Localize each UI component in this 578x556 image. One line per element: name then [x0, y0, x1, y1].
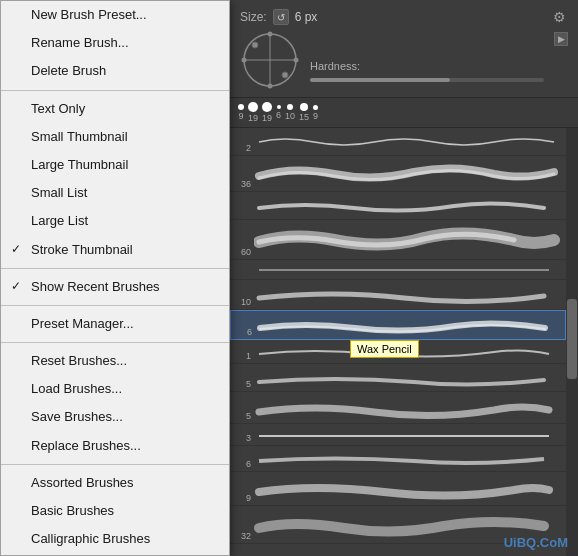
brush-list-item-3[interactable]: 60 [230, 220, 566, 260]
brush-list-item-2[interactable] [230, 192, 566, 220]
brush-thumb-num-5: 15 [299, 112, 309, 122]
brush-thumb-6[interactable]: 9 [313, 105, 318, 121]
brush-thumb-num-0: 9 [238, 111, 243, 121]
brush-stroke-num-10: 3 [230, 433, 254, 445]
brush-dot-2 [262, 102, 272, 112]
brush-dot-0 [238, 104, 244, 110]
svg-point-5 [268, 32, 273, 37]
menu-item-reset-brushes[interactable]: Reset Brushes... [1, 347, 229, 375]
brush-list-item-1[interactable]: 36 [230, 156, 566, 192]
brush-stroke-preview-3 [254, 220, 566, 260]
brush-stroke-num-7: 1 [230, 351, 254, 363]
brush-thumb-num-1: 19 [248, 113, 258, 123]
brush-stroke-preview-2 [254, 192, 566, 220]
brush-preview-circle [240, 30, 300, 93]
brush-stroke-preview-1 [254, 156, 566, 192]
brush-stroke-num-3: 60 [230, 247, 254, 259]
menu-item-small-thumbnail[interactable]: Small Thumbnail [1, 123, 229, 151]
brush-thumb-2[interactable]: 19 [262, 102, 272, 123]
brush-stroke-preview-10 [254, 424, 566, 446]
brush-stroke-preview-8 [254, 364, 566, 392]
hardness-label: Hardness: [310, 60, 544, 72]
brush-list-item-6[interactable]: 6 [230, 310, 566, 340]
menu-item-small-list[interactable]: Small List [1, 179, 229, 207]
menu-item-delete-brush[interactable]: Delete Brush [1, 57, 229, 85]
brush-stroke-num-5: 10 [230, 297, 254, 309]
brush-thumb-3[interactable]: 6 [276, 105, 281, 120]
brush-dot-1 [248, 102, 258, 112]
brush-stroke-num-0: 2 [230, 143, 254, 155]
brush-stroke-preview-4 [254, 260, 566, 280]
brush-stroke-num-8: 5 [230, 379, 254, 391]
svg-point-6 [268, 84, 273, 89]
menu-item-preset-manager[interactable]: Preset Manager... [1, 310, 229, 338]
menu-separator-2 [1, 90, 229, 91]
menu-item-large-thumbnail[interactable]: Large Thumbnail [1, 151, 229, 179]
menu-separator-8 [1, 268, 229, 269]
brush-list-item-9[interactable]: 5 [230, 392, 566, 424]
brush-stroke-preview-7 [254, 340, 566, 364]
menu-item-basic-brushes[interactable]: Basic Brushes [1, 497, 229, 525]
brush-thumb-num-6: 9 [313, 111, 318, 121]
brush-dot-3 [277, 105, 281, 109]
brush-list-item-8[interactable]: 5 [230, 364, 566, 392]
menu-separator-14 [1, 464, 229, 465]
brush-thumb-4[interactable]: 10 [285, 104, 295, 121]
brush-list-item-7[interactable]: 1 [230, 340, 566, 364]
menu-item-stroke-thumbnail[interactable]: Stroke Thumbnail [1, 236, 229, 264]
brush-list-item-0[interactable]: 2 [230, 128, 566, 156]
hardness-fill [310, 78, 450, 82]
brush-stroke-num-9: 5 [230, 411, 254, 423]
brush-dot-4 [287, 104, 293, 110]
size-label: Size: [240, 10, 267, 24]
brush-stroke-num-1: 36 [230, 179, 254, 191]
brush-list-item-10[interactable]: 3 [230, 424, 566, 446]
brush-list-item-4[interactable] [230, 260, 566, 280]
brush-thumbs-row: 91919610159 [230, 97, 578, 128]
menu-item-load-brushes[interactable]: Load Brushes... [1, 375, 229, 403]
watermark: UiBQ.CoM [504, 535, 568, 550]
menu-item-large-list[interactable]: Large List [1, 207, 229, 235]
brush-thumb-num-3: 6 [276, 110, 281, 120]
hardness-slider[interactable] [310, 78, 544, 82]
brush-stroke-num-2 [230, 217, 254, 219]
scrollbar-track[interactable] [566, 128, 578, 556]
size-value: 6 px [295, 10, 318, 24]
brush-stroke-num-4 [230, 277, 254, 279]
brush-thumb-num-4: 10 [285, 111, 295, 121]
scrollbar-thumb[interactable] [567, 299, 577, 379]
brush-stroke-preview-6 [255, 310, 565, 340]
brush-list-item-12[interactable]: 9 [230, 472, 566, 506]
menu-item-new-brush-preset[interactable]: New Brush Preset... [1, 1, 229, 29]
brush-stroke-preview-5 [254, 280, 566, 310]
menu-item-calligraphic-brushes[interactable]: Calligraphic Brushes [1, 525, 229, 553]
svg-point-8 [294, 58, 299, 63]
menu-item-text-only[interactable]: Text Only [1, 95, 229, 123]
menu-item-assorted-brushes[interactable]: Assorted Brushes [1, 469, 229, 497]
brush-thumb-1[interactable]: 19 [248, 102, 258, 123]
menu-item-show-recent-brushes[interactable]: Show Recent Brushes [1, 273, 229, 301]
brush-stroke-preview-12 [254, 472, 566, 506]
brush-thumb-num-2: 19 [262, 113, 272, 123]
brush-stroke-preview-0 [254, 128, 566, 156]
svg-point-3 [252, 42, 258, 48]
brush-list-inner: 2 36 60 10 6 Wax Pencil1 5 5 3 6 9 32 [230, 128, 566, 556]
gear-icon[interactable]: ⚙ [550, 8, 568, 26]
menu-separator-10 [1, 342, 229, 343]
brush-stroke-preview-9 [254, 392, 566, 424]
brush-thumb-0[interactable]: 9 [238, 104, 244, 121]
brush-thumb-5[interactable]: 15 [299, 103, 309, 122]
svg-point-4 [282, 72, 288, 78]
collapse-button[interactable]: ▶ [554, 32, 568, 46]
brush-stroke-preview-11 [254, 446, 566, 472]
size-reset-button[interactable]: ↺ [273, 9, 289, 25]
brush-list-item-5[interactable]: 10 [230, 280, 566, 310]
menu-item-rename-brush[interactable]: Rename Brush... [1, 29, 229, 57]
top-controls: Size: ↺ 6 px ⚙ [230, 0, 578, 30]
brush-stroke-num-13: 32 [230, 531, 254, 543]
menu-item-save-brushes[interactable]: Save Brushes... [1, 403, 229, 431]
menu-item-replace-brushes[interactable]: Replace Brushes... [1, 432, 229, 460]
menu-separator-9 [1, 305, 229, 306]
brush-list-item-11[interactable]: 6 [230, 446, 566, 472]
brush-stroke-num-11: 6 [230, 459, 254, 471]
